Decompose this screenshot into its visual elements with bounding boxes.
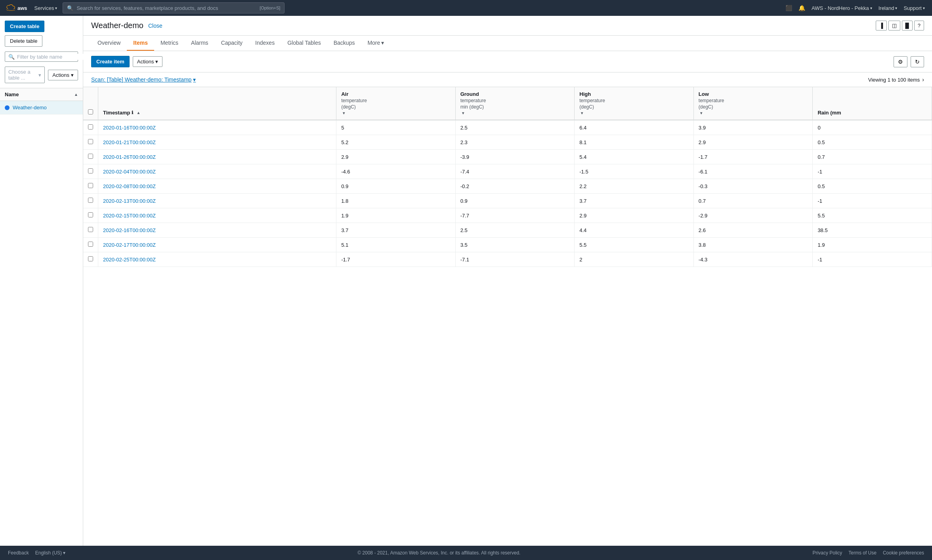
row-timestamp-link-9[interactable]: 2020-02-25T00:00:00Z: [103, 257, 156, 263]
refresh-button[interactable]: ↻: [911, 56, 924, 67]
tab-items[interactable]: Items: [127, 36, 154, 51]
low-temp-col-header: Low temperature (degC) ▾: [693, 87, 813, 120]
close-link[interactable]: Close: [148, 23, 162, 29]
create-item-button[interactable]: Create item: [91, 56, 130, 67]
row-checkbox-cell: [83, 120, 98, 135]
row-checkbox-0[interactable]: [88, 124, 93, 130]
row-checkbox-9[interactable]: [88, 256, 93, 261]
row-ground-9: -7.1: [455, 252, 575, 267]
row-timestamp-link-7[interactable]: 2020-02-16T00:00:00Z: [103, 227, 156, 233]
tab-metrics[interactable]: Metrics: [154, 36, 185, 51]
row-timestamp-link-1[interactable]: 2020-01-21T00:00:00Z: [103, 139, 156, 145]
create-table-button[interactable]: Create table: [5, 21, 44, 32]
filter-input[interactable]: [17, 54, 84, 60]
tab-overview[interactable]: Overview: [91, 36, 127, 51]
row-high-0: 6.4: [575, 120, 694, 135]
feedback-link[interactable]: Feedback: [8, 550, 29, 556]
bell-icon-button[interactable]: 🔔: [796, 3, 808, 13]
table-name-label: Weather-demo: [13, 105, 47, 110]
row-checkbox-6[interactable]: [88, 212, 93, 217]
high-temp-sort-icon[interactable]: ▾: [581, 111, 583, 115]
row-checkbox-4[interactable]: [88, 183, 93, 188]
row-checkbox-7[interactable]: [88, 227, 93, 232]
view-help-button[interactable]: ?: [914, 21, 924, 30]
search-bar[interactable]: 🔍 [Option+S]: [63, 2, 285, 13]
ground-temp-sort-icon[interactable]: ▾: [462, 111, 464, 115]
account-menu[interactable]: AWS - NordHero - Pekka ▾: [809, 4, 875, 13]
tab-global-tables[interactable]: Global Tables: [281, 36, 327, 51]
row-ground-5: 0.9: [455, 194, 575, 208]
row-timestamp-6: 2020-02-15T00:00:00Z: [98, 208, 336, 223]
table-row: 2020-02-08T00:00:00Z 0.9 -0.2 2.2 -0.3 0…: [83, 179, 932, 194]
items-toolbar: Create item Actions ▾ ⚙ ↻: [83, 51, 932, 72]
table-row-weather-demo[interactable]: Weather-demo: [0, 101, 83, 114]
footer-copyright: © 2008 - 2021, Amazon Web Services, Inc.…: [357, 550, 520, 556]
row-timestamp-link-5[interactable]: 2020-02-13T00:00:00Z: [103, 198, 156, 204]
actions-caret-icon: ▾: [71, 72, 74, 78]
services-button[interactable]: Services ▾: [32, 4, 60, 13]
row-high-1: 8.1: [575, 135, 694, 150]
account-caret-icon: ▾: [870, 6, 872, 10]
row-timestamp-link-3[interactable]: 2020-02-04T00:00:00Z: [103, 169, 156, 175]
row-timestamp-link-6[interactable]: 2020-02-15T00:00:00Z: [103, 213, 156, 219]
row-checkbox-cell: [83, 223, 98, 238]
table-list-header: Name ▲: [0, 88, 83, 101]
aws-logo-text: aws: [17, 5, 27, 11]
terms-of-use-link[interactable]: Terms of Use: [848, 550, 877, 556]
items-actions-dropdown[interactable]: Actions ▾: [133, 56, 163, 67]
row-timestamp-link-2[interactable]: 2020-01-26T00:00:00Z: [103, 154, 156, 160]
row-timestamp-7: 2020-02-16T00:00:00Z: [98, 223, 336, 238]
cookie-preferences-link[interactable]: Cookie preferences: [883, 550, 924, 556]
row-checkbox-2[interactable]: [88, 154, 93, 159]
delete-table-button[interactable]: Delete table: [5, 35, 42, 47]
more-caret-icon: ▾: [381, 40, 384, 46]
row-checkbox-3[interactable]: [88, 168, 93, 173]
region-menu[interactable]: Ireland ▾: [876, 4, 900, 13]
checkbox-header: [83, 87, 98, 120]
timestamp-sort-icon[interactable]: ▲: [136, 110, 140, 115]
row-checkbox-8[interactable]: [88, 242, 93, 247]
aws-logo: aws: [5, 2, 27, 13]
row-timestamp-8: 2020-02-17T00:00:00Z: [98, 238, 336, 252]
view-full-button[interactable]: █: [902, 21, 913, 30]
row-timestamp-link-8[interactable]: 2020-02-17T00:00:00Z: [103, 242, 156, 248]
table-row: 2020-02-04T00:00:00Z -4.6 -7.4 -1.5 -6.1…: [83, 164, 932, 179]
low-temp-sort-icon[interactable]: ▾: [700, 111, 702, 115]
row-timestamp-link-4[interactable]: 2020-02-08T00:00:00Z: [103, 183, 156, 189]
privacy-policy-link[interactable]: Privacy Policy: [813, 550, 842, 556]
timestamp-col-header: Timestamp ℹ ▲: [98, 87, 336, 120]
select-all-checkbox[interactable]: [88, 109, 93, 114]
row-checkbox-cell: [83, 208, 98, 223]
row-checkbox-1[interactable]: [88, 139, 93, 144]
row-checkbox-cell: [83, 179, 98, 194]
name-sort-icon[interactable]: ▲: [74, 92, 78, 97]
search-input[interactable]: [76, 5, 256, 11]
footer-left: Feedback English (US) ▾: [8, 550, 65, 556]
row-ground-3: -7.4: [455, 164, 575, 179]
terminal-icon-button[interactable]: ⬛: [783, 3, 794, 13]
row-timestamp-link-0[interactable]: 2020-01-16T00:00:00Z: [103, 125, 156, 131]
tab-indexes[interactable]: Indexes: [249, 36, 281, 51]
tab-more[interactable]: More ▾: [361, 36, 390, 51]
scan-link[interactable]: Scan: [Table] Weather-demo: Timestamp ▾: [91, 76, 196, 83]
row-air-0: 5: [336, 120, 456, 135]
choose-table-caret-icon: ▾: [38, 72, 41, 78]
support-menu[interactable]: Support ▾: [901, 4, 927, 13]
next-page-arrow[interactable]: ›: [922, 76, 924, 83]
air-temp-sort-icon[interactable]: ▾: [343, 111, 345, 115]
row-high-2: 5.4: [575, 150, 694, 164]
tab-capacity[interactable]: Capacity: [215, 36, 249, 51]
row-checkbox-5[interactable]: [88, 198, 93, 203]
view-split-button[interactable]: ◫: [888, 21, 900, 30]
view-sidebar-left-button[interactable]: ▐: [876, 21, 886, 30]
sidebar-actions-dropdown[interactable]: Actions ▾: [48, 70, 78, 80]
language-button[interactable]: English (US) ▾: [35, 550, 65, 556]
sidebar: Create table Delete table 🔍 ✕ Choose a t…: [0, 16, 83, 546]
filter-box: 🔍 ✕: [0, 51, 83, 67]
tab-backups[interactable]: Backups: [327, 36, 361, 51]
timestamp-info-icon[interactable]: ℹ: [132, 110, 133, 115]
settings-button[interactable]: ⚙: [894, 56, 907, 67]
choose-table-dropdown[interactable]: Choose a table ... ▾: [5, 67, 45, 83]
tab-alarms[interactable]: Alarms: [185, 36, 215, 51]
rain-col-header: Rain (mm: [813, 87, 932, 120]
